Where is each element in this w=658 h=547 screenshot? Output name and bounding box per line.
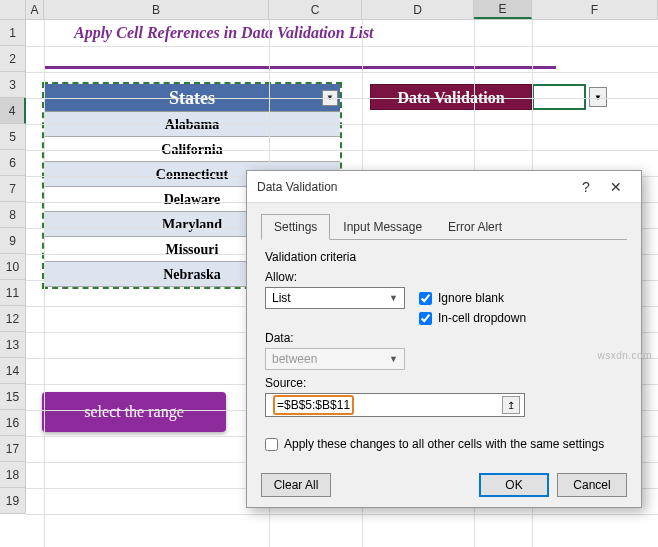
ignore-blank-checkbox[interactable]: Ignore blank <box>419 291 504 305</box>
col-header-a[interactable]: A <box>26 0 44 19</box>
col-header-c[interactable]: C <box>269 0 362 19</box>
data-value: between <box>272 352 317 366</box>
source-input[interactable]: =$B$5:$B$11 ↥ <box>265 393 525 417</box>
cancel-button[interactable]: Cancel <box>557 473 627 497</box>
tab-settings[interactable]: Settings <box>261 214 330 240</box>
spreadsheet-grid: ABCDEF 12345678910111213141516171819 App… <box>0 0 658 20</box>
row-header-10[interactable]: 10 <box>0 254 26 280</box>
data-select: between ▼ <box>265 348 405 370</box>
incell-dropdown-label: In-cell dropdown <box>438 311 526 325</box>
col-header-d[interactable]: D <box>362 0 474 19</box>
apply-changes-label: Apply these changes to all other cells w… <box>284 437 604 451</box>
column-headers: ABCDEF <box>0 0 658 20</box>
ignore-blank-input[interactable] <box>419 292 432 305</box>
title-underline <box>44 66 556 69</box>
row-header-7[interactable]: 7 <box>0 176 26 202</box>
range-picker-icon[interactable]: ↥ <box>502 396 520 414</box>
tab-error-alert[interactable]: Error Alert <box>435 214 515 240</box>
chevron-down-icon: ▼ <box>389 293 398 303</box>
col-header-e[interactable]: E <box>474 0 532 19</box>
row-header-8[interactable]: 8 <box>0 202 26 228</box>
row-header-17[interactable]: 17 <box>0 436 26 462</box>
row-header-5[interactable]: 5 <box>0 124 26 150</box>
row-header-13[interactable]: 13 <box>0 332 26 358</box>
close-icon[interactable]: ✕ <box>601 179 631 195</box>
row-headers: 12345678910111213141516171819 <box>0 20 26 514</box>
incell-dropdown-checkbox[interactable]: In-cell dropdown <box>419 311 526 325</box>
dv-label-cell: Data Validation <box>370 84 532 110</box>
instruction-badge: select the range <box>42 392 226 432</box>
validation-dropdown-icon[interactable]: ▼ <box>589 87 607 107</box>
data-label: Data: <box>265 331 623 345</box>
dialog-title: Data Validation <box>257 180 571 194</box>
chevron-down-icon: ▼ <box>389 354 398 364</box>
dialog-tabs: SettingsInput MessageError Alert <box>261 213 627 240</box>
watermark: wsxdn.com <box>597 350 652 361</box>
apply-changes-checkbox[interactable]: Apply these changes to all other cells w… <box>265 437 623 451</box>
row-header-9[interactable]: 9 <box>0 228 26 254</box>
page-title: Apply Cell References in Data Validation… <box>74 24 374 42</box>
row-header-3[interactable]: 3 <box>0 72 26 98</box>
row-header-19[interactable]: 19 <box>0 488 26 514</box>
row-header-12[interactable]: 12 <box>0 306 26 332</box>
allow-select[interactable]: List ▼ <box>265 287 405 309</box>
col-header-b[interactable]: B <box>44 0 269 19</box>
data-validation-dialog: Data Validation ? ✕ SettingsInput Messag… <box>246 170 642 508</box>
col-header-f[interactable]: F <box>532 0 658 19</box>
row-header-14[interactable]: 14 <box>0 358 26 384</box>
row-header-18[interactable]: 18 <box>0 462 26 488</box>
row-header-6[interactable]: 6 <box>0 150 26 176</box>
source-label: Source: <box>265 376 623 390</box>
allow-label: Allow: <box>265 270 623 284</box>
incell-dropdown-input[interactable] <box>419 312 432 325</box>
ok-button[interactable]: OK <box>479 473 549 497</box>
source-value: =$B$5:$B$11 <box>273 395 354 415</box>
selected-cell-e4[interactable] <box>532 84 586 110</box>
row-header-15[interactable]: 15 <box>0 384 26 410</box>
row-header-4[interactable]: 4 <box>0 98 26 124</box>
apply-changes-input[interactable] <box>265 438 278 451</box>
tab-input-message[interactable]: Input Message <box>330 214 435 240</box>
dialog-titlebar[interactable]: Data Validation ? ✕ <box>247 171 641 203</box>
row-header-16[interactable]: 16 <box>0 410 26 436</box>
allow-value: List <box>272 291 291 305</box>
row-header-1[interactable]: 1 <box>0 20 26 46</box>
help-icon[interactable]: ? <box>571 179 601 195</box>
ignore-blank-label: Ignore blank <box>438 291 504 305</box>
clear-all-button[interactable]: Clear All <box>261 473 331 497</box>
row-header-2[interactable]: 2 <box>0 46 26 72</box>
row-header-11[interactable]: 11 <box>0 280 26 306</box>
section-label: Validation criteria <box>265 250 623 264</box>
